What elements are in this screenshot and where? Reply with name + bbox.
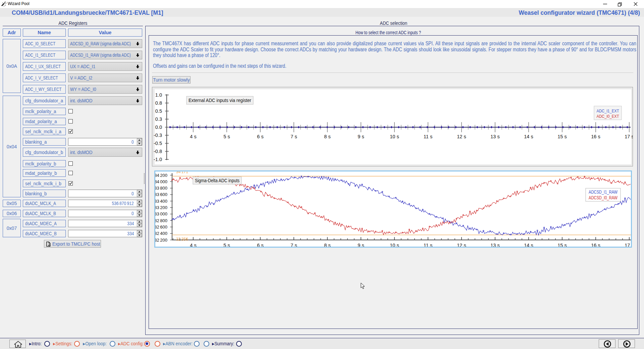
svg-text:6 s: 6 s [257,134,263,139]
svg-text:33 600: 33 600 [154,192,167,197]
svg-text:33 400: 33 400 [154,199,167,204]
svg-text:15 s: 15 s [557,134,567,139]
svg-text:13 s: 13 s [490,134,499,139]
svg-text:8 s: 8 s [324,134,330,139]
svg-text:11 s: 11 s [424,134,432,139]
svg-text:34 200: 34 200 [154,173,167,178]
svg-text:33 000: 33 000 [154,211,167,216]
svg-text:32 400: 32 400 [154,231,167,236]
svg-text:-0.5: -0.5 [154,141,162,146]
svg-text:-0.8: -0.8 [154,149,162,154]
svg-text:0.3: 0.3 [155,116,162,122]
svg-text:ADCSD_I1_RAW: ADCSD_I1_RAW [589,189,618,195]
svg-text:33 200: 33 200 [154,205,167,210]
svg-text:16 s: 16 s [591,134,600,139]
svg-text:34 000: 34 000 [154,179,167,184]
svg-text:-1.0: -1.0 [154,157,162,162]
svg-text:-0.3: -0.3 [154,133,162,138]
svg-text:0.8: 0.8 [155,100,162,106]
svg-text:4 s: 4 s [190,134,196,139]
svg-text:12 s: 12 s [457,134,466,139]
svg-text:0.0: 0.0 [155,124,162,130]
svg-text:ADC_I0_EXT: ADC_I0_EXT [597,114,619,119]
svg-text:17 s: 17 s [625,134,633,139]
svg-text:0.5: 0.5 [155,108,162,114]
svg-text:10 s: 10 s [390,134,399,139]
svg-text:32 200: 32 200 [154,238,167,243]
svg-text:1.0: 1.0 [155,92,162,98]
svg-text:ADCSD_I0_RAW: ADCSD_I0_RAW [589,195,618,200]
svg-text:32 356: 32 356 [176,237,188,242]
svg-text:External ADC inputs via regist: External ADC inputs via register [189,98,251,103]
svg-text:14 s: 14 s [524,134,533,139]
svg-text:9 s: 9 s [358,134,364,139]
svg-text:33 800: 33 800 [154,186,167,191]
svg-text:32 600: 32 600 [154,225,167,230]
svg-text:5 s: 5 s [223,134,230,139]
svg-text:32 800: 32 800 [154,218,167,223]
svg-text:7 s: 7 s [290,134,297,139]
svg-text:ADC_I1_EXT: ADC_I1_EXT [597,108,619,113]
svg-text:Sigma-Delta ADC inputs: Sigma-Delta ADC inputs [195,178,239,183]
